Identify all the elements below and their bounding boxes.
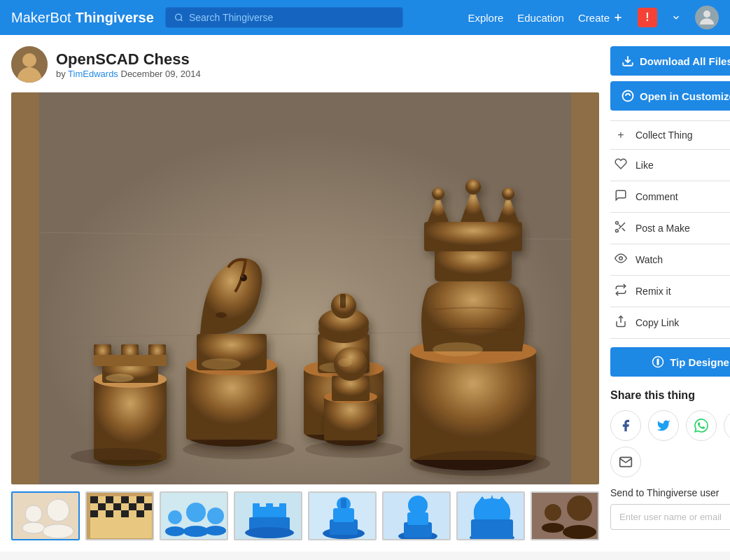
facebook-icon [619,419,633,433]
remix-label: Remix it [636,286,730,297]
download-icon [622,55,634,67]
svg-rect-75 [106,510,113,517]
thumbnail-1[interactable] [11,491,80,540]
user-avatar[interactable] [695,6,719,29]
svg-rect-90 [279,503,286,512]
watch-item[interactable]: Watch [610,244,730,276]
remix-icon [613,284,629,299]
whatsapp-share-button[interactable] [686,410,717,441]
svg-point-116 [616,222,619,225]
remix-item[interactable]: Remix it › [610,276,730,307]
chess-image [11,92,599,484]
svg-rect-88 [253,503,260,512]
svg-point-45 [432,188,444,200]
comment-label: Comment [636,191,730,202]
svg-point-47 [502,188,514,200]
nav-explore[interactable]: Explore [468,12,503,24]
svg-point-62 [47,499,69,522]
search-icon [174,13,183,22]
svg-point-112 [567,496,592,521]
thing-title: OpenSCAD Chess [56,50,201,69]
main-content: OpenSCAD Chess by TimEdwards December 09… [0,35,730,552]
svg-rect-38 [410,351,536,460]
tip-label: Tip Designer [670,356,730,368]
svg-point-4 [703,10,710,18]
svg-rect-41 [424,222,522,251]
svg-point-58 [410,451,550,476]
left-panel: OpenSCAD Chess by TimEdwards December 09… [11,46,610,540]
nav-create-label: Create [578,12,610,24]
svg-rect-71 [113,503,121,510]
author-row: OpenSCAD Chess by TimEdwards December 09… [11,46,599,83]
svg-point-111 [542,523,564,533]
svg-point-61 [22,522,45,533]
send-input[interactable] [610,504,730,530]
svg-point-83 [207,507,224,524]
facebook-share-button[interactable] [610,410,641,441]
author-link[interactable]: TimEdwards [68,69,118,79]
svg-rect-74 [90,510,98,517]
watch-label: Watch [636,254,730,265]
like-label: Like [636,160,730,171]
svg-point-0 [175,14,181,20]
plus-circle-icon: + [613,129,629,141]
logo[interactable]: MakerBot Thingiverse [11,10,154,26]
right-panel: Download All Files Open in Customizer + … [610,46,730,540]
nav-education[interactable]: Education [517,12,564,24]
alert-symbol: ! [645,11,649,24]
svg-point-56 [183,440,295,459]
heart-icon [613,158,629,173]
link-share-button[interactable] [724,410,730,441]
svg-point-91 [245,527,294,538]
author-avatar [11,46,48,83]
svg-point-82 [183,526,209,537]
email-share-button[interactable] [610,447,641,477]
chevron-down-icon[interactable] [671,13,681,22]
collect-thing-item[interactable]: + Collect Thing [610,121,730,150]
thumbnail-4[interactable] [234,491,302,540]
svg-point-48 [433,342,483,356]
svg-rect-89 [266,503,273,512]
post-make-item[interactable]: Post a Make › [610,213,730,244]
action-list: + Collect Thing Like › Comment [610,120,730,339]
thing-meta: by TimEdwards December 09, 2014 [56,69,201,79]
nav-links: Explore Education Create ! [468,6,719,29]
download-all-button[interactable]: Download All Files [610,46,730,76]
comment-item[interactable]: Comment [610,181,730,213]
nav-create[interactable]: Create [578,12,624,24]
svg-point-60 [25,505,42,522]
svg-point-81 [186,503,206,522]
tip-designer-button[interactable]: Tip Designer [610,347,730,377]
twitter-share-button[interactable] [648,410,679,441]
share-title: Share this thing [610,389,730,402]
thumbnail-3[interactable] [160,491,228,540]
thumbnail-7[interactable] [456,491,525,540]
svg-point-46 [465,179,481,195]
svg-point-54 [338,358,352,367]
svg-point-102 [408,496,428,515]
customizer-icon [622,90,634,102]
svg-rect-67 [106,496,113,503]
like-item[interactable]: Like › [610,150,730,181]
send-label: Send to Thingiverse user [610,487,730,498]
svg-rect-97 [341,498,346,508]
copy-label: Copy Link [636,317,730,328]
thumbnail-6[interactable] [382,491,451,540]
svg-rect-35 [340,294,346,308]
customizer-button[interactable]: Open in Customizer [610,81,730,111]
thumbnail-8[interactable] [531,491,599,540]
svg-rect-105 [471,519,513,539]
svg-rect-18 [94,355,167,366]
svg-point-110 [545,504,561,521]
nav-alert[interactable]: ! [638,8,657,27]
svg-rect-69 [136,496,144,503]
copy-link-item[interactable]: Copy Link [610,307,730,339]
thumbnail-2[interactable] [85,491,154,540]
svg-rect-66 [90,496,98,503]
svg-point-113 [563,525,596,539]
thumbnail-5[interactable] [308,491,377,540]
whatsapp-icon [694,419,708,433]
twitter-icon [657,419,671,433]
svg-point-26 [216,312,227,318]
search-input[interactable] [189,12,394,23]
